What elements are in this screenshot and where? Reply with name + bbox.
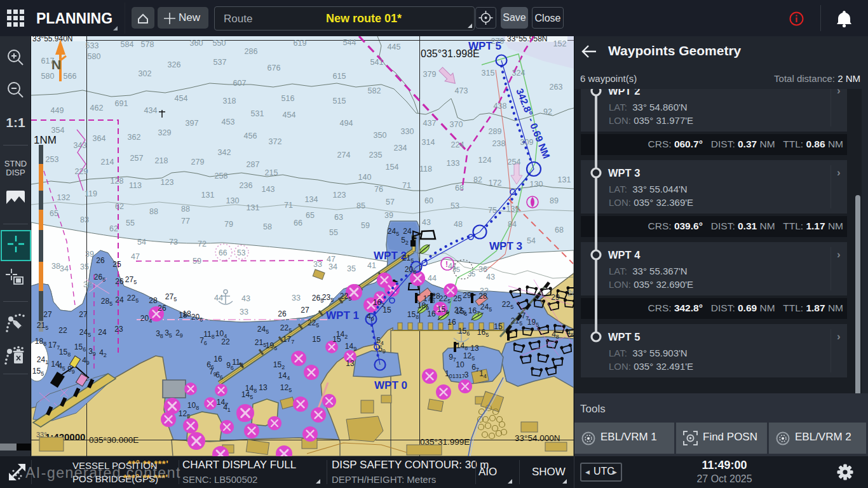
svg-text:25: 25 bbox=[453, 294, 462, 303]
svg-text:35: 35 bbox=[80, 262, 89, 271]
svg-text:54: 54 bbox=[137, 238, 146, 247]
svg-text:329: 329 bbox=[158, 128, 172, 137]
svg-text:34: 34 bbox=[60, 264, 69, 273]
svg-text:WPT 1: WPT 1 bbox=[326, 309, 359, 322]
svg-text:28: 28 bbox=[478, 292, 487, 301]
svg-text:71: 71 bbox=[402, 181, 411, 190]
svg-text:236: 236 bbox=[240, 181, 253, 190]
svg-text:330: 330 bbox=[401, 127, 414, 136]
svg-text:607: 607 bbox=[233, 79, 247, 88]
svg-text:580: 580 bbox=[88, 52, 101, 61]
svg-text:453: 453 bbox=[222, 118, 235, 126]
svg-text:118: 118 bbox=[419, 165, 432, 173]
svg-text:76: 76 bbox=[374, 185, 383, 194]
svg-text:343: 343 bbox=[74, 141, 87, 150]
svg-text:456: 456 bbox=[244, 132, 257, 140]
svg-text:88: 88 bbox=[149, 207, 158, 216]
svg-text:77: 77 bbox=[181, 217, 190, 226]
svg-text:16: 16 bbox=[214, 355, 222, 363]
svg-text:13: 13 bbox=[259, 383, 268, 392]
svg-text:24: 24 bbox=[115, 295, 124, 304]
svg-text:494: 494 bbox=[340, 119, 353, 128]
svg-text:82: 82 bbox=[473, 175, 482, 184]
svg-text:33: 33 bbox=[313, 260, 322, 269]
svg-text:WPT 3: WPT 3 bbox=[489, 240, 522, 252]
svg-text:533: 533 bbox=[86, 41, 99, 50]
svg-text:289: 289 bbox=[489, 127, 502, 136]
svg-text:48: 48 bbox=[454, 220, 463, 229]
svg-text:47: 47 bbox=[131, 252, 140, 261]
svg-text:43: 43 bbox=[486, 273, 495, 281]
svg-text:33°55.940N: 33°55.940N bbox=[32, 36, 73, 43]
svg-text:454: 454 bbox=[175, 94, 188, 103]
svg-text:691: 691 bbox=[115, 99, 128, 108]
svg-text:370: 370 bbox=[450, 120, 463, 129]
svg-text:16: 16 bbox=[427, 309, 436, 318]
svg-text:29: 29 bbox=[551, 293, 560, 302]
svg-text:84: 84 bbox=[508, 220, 517, 229]
svg-text:13: 13 bbox=[346, 359, 355, 368]
svg-text:33°54.000N: 33°54.000N bbox=[515, 433, 560, 443]
svg-text:676: 676 bbox=[268, 64, 281, 72]
svg-text:WPT 0: WPT 0 bbox=[374, 379, 407, 391]
svg-text:27: 27 bbox=[79, 310, 88, 319]
svg-text:27: 27 bbox=[43, 310, 52, 319]
svg-text:279: 279 bbox=[191, 158, 205, 166]
svg-text:65: 65 bbox=[50, 209, 58, 218]
svg-text:531: 531 bbox=[251, 109, 264, 118]
svg-text:54: 54 bbox=[527, 236, 536, 245]
svg-text:59: 59 bbox=[361, 221, 370, 230]
svg-text:550: 550 bbox=[213, 39, 226, 48]
svg-text:372: 372 bbox=[269, 137, 282, 146]
svg-text:152: 152 bbox=[553, 39, 567, 48]
svg-text:580: 580 bbox=[41, 72, 55, 81]
svg-text:26: 26 bbox=[115, 277, 124, 286]
svg-text:66: 66 bbox=[294, 219, 302, 227]
svg-text:83: 83 bbox=[80, 215, 89, 224]
svg-text:44: 44 bbox=[214, 294, 223, 302]
svg-text:541: 541 bbox=[370, 58, 384, 67]
svg-text:235: 235 bbox=[369, 151, 383, 159]
svg-text:140: 140 bbox=[358, 173, 372, 182]
svg-text:619: 619 bbox=[294, 39, 307, 48]
svg-text:26: 26 bbox=[96, 256, 105, 265]
svg-text:462: 462 bbox=[90, 104, 104, 112]
svg-text:123: 123 bbox=[161, 178, 174, 187]
svg-text:41: 41 bbox=[448, 262, 457, 271]
svg-text:26: 26 bbox=[567, 289, 574, 298]
svg-text:445: 445 bbox=[388, 43, 401, 51]
svg-text:72: 72 bbox=[198, 240, 207, 248]
svg-text:89: 89 bbox=[550, 196, 559, 205]
svg-text:38: 38 bbox=[51, 262, 60, 271]
svg-text:139: 139 bbox=[506, 205, 520, 214]
svg-text:287: 287 bbox=[247, 160, 260, 169]
svg-text:035°30.000E: 035°30.000E bbox=[89, 435, 139, 445]
svg-text:28: 28 bbox=[149, 296, 158, 305]
svg-text:22: 22 bbox=[221, 337, 230, 346]
svg-text:254: 254 bbox=[508, 158, 521, 166]
svg-text:35: 35 bbox=[347, 264, 356, 273]
svg-text:238: 238 bbox=[492, 139, 506, 148]
svg-text:15: 15 bbox=[494, 322, 503, 331]
svg-text:41: 41 bbox=[367, 261, 376, 270]
svg-text:131: 131 bbox=[201, 191, 215, 200]
svg-text:85: 85 bbox=[356, 201, 365, 210]
svg-text:566: 566 bbox=[64, 72, 77, 81]
svg-text:224: 224 bbox=[451, 140, 465, 149]
svg-text:302: 302 bbox=[139, 69, 152, 78]
svg-text:1NM: 1NM bbox=[34, 134, 57, 146]
svg-text:544: 544 bbox=[343, 38, 356, 47]
svg-text:515: 515 bbox=[333, 97, 346, 105]
svg-text:154: 154 bbox=[386, 163, 399, 172]
svg-text:119: 119 bbox=[85, 189, 97, 198]
svg-text:582: 582 bbox=[368, 86, 381, 95]
svg-text:39: 39 bbox=[384, 211, 393, 220]
svg-text:326: 326 bbox=[168, 60, 181, 69]
svg-text:143: 143 bbox=[262, 185, 275, 194]
svg-text:62: 62 bbox=[109, 224, 118, 233]
svg-text:274: 274 bbox=[337, 151, 351, 159]
svg-text:350: 350 bbox=[374, 131, 387, 140]
svg-text:15: 15 bbox=[312, 335, 321, 344]
svg-text:258: 258 bbox=[215, 172, 228, 180]
svg-text:214: 214 bbox=[101, 158, 114, 166]
